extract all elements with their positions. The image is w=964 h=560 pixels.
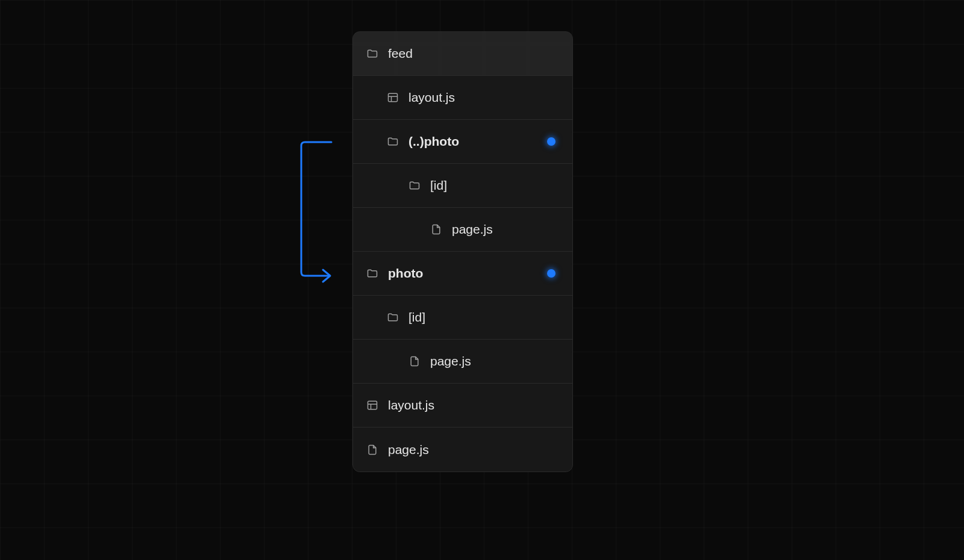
tree-row-intercept-photo[interactable]: (..)photo [353, 120, 572, 164]
layout-icon [387, 92, 399, 104]
folder-icon [366, 267, 378, 279]
folder-icon [366, 48, 378, 60]
tree-label: [id] [430, 178, 447, 193]
tree-label: layout.js [388, 398, 434, 412]
tree-label: [id] [408, 310, 425, 325]
file-tree-panel: feed layout.js (..)photo [352, 31, 573, 472]
tree-row-photo[interactable]: photo [353, 252, 572, 296]
tree-row-page-root[interactable]: page.js [353, 428, 572, 471]
tree-label: (..)photo [408, 134, 459, 149]
marker-dot [547, 137, 556, 146]
tree-label: feed [388, 46, 413, 61]
tree-label: photo [388, 266, 423, 281]
file-icon [366, 444, 378, 456]
tree-row-page-2[interactable]: page.js [353, 340, 572, 384]
tree-row-feed[interactable]: feed [353, 32, 572, 76]
svg-rect-0 [389, 93, 398, 101]
file-icon [430, 223, 442, 235]
tree-row-id-1[interactable]: [id] [353, 164, 572, 208]
file-icon [408, 355, 421, 367]
tree-row-layout-root[interactable]: layout.js [353, 384, 572, 428]
tree-label: page.js [430, 354, 471, 369]
tree-row-page-1[interactable]: page.js [353, 208, 572, 252]
tree-row-id-2[interactable]: [id] [353, 296, 572, 340]
tree-label: page.js [452, 222, 493, 237]
folder-icon [408, 179, 421, 191]
tree-label: layout.js [408, 90, 455, 105]
tree-label: page.js [388, 443, 429, 457]
connector-arrow [300, 138, 342, 283]
marker-dot [547, 269, 556, 278]
tree-row-layout-feed[interactable]: layout.js [353, 76, 572, 120]
folder-icon [387, 311, 399, 323]
layout-icon [366, 399, 378, 411]
folder-icon [387, 135, 399, 148]
svg-rect-3 [368, 401, 377, 409]
